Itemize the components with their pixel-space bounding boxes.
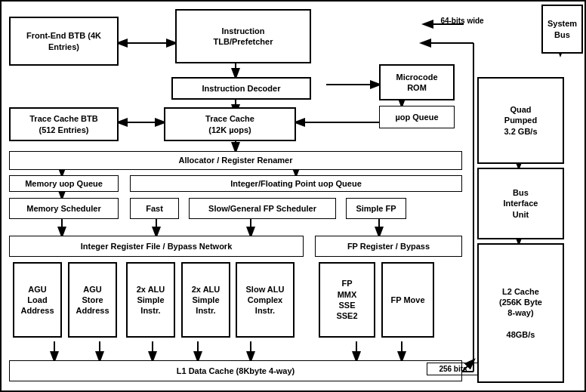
instruction-tlb: InstructionTLB/Prefetcher bbox=[175, 9, 311, 63]
fast-scheduler: Fast bbox=[130, 198, 179, 219]
system-bus: SystemBus bbox=[541, 5, 583, 54]
trace-cache: Trace Cache(12K µops) bbox=[164, 107, 296, 141]
fp-mmx: FPMMXSSESSE2 bbox=[319, 262, 375, 338]
alu2: 2x ALUSimpleInstr. bbox=[181, 262, 230, 338]
fp-reg-bypass: FP Register / Bypass bbox=[315, 236, 462, 257]
l1-data-cache: L1 Data Cache (8Kbyte 4-way) bbox=[9, 360, 462, 381]
bus-interface-unit: BusInterfaceUnit bbox=[477, 168, 564, 239]
microcode-rom: MicrocodeROM bbox=[379, 64, 455, 100]
memory-uop-queue: Memory uop Queue bbox=[9, 175, 119, 192]
quad-pumped: QuadPumped3.2 GB/s bbox=[477, 77, 564, 164]
simple-fp: Simple FP bbox=[346, 198, 406, 219]
slow-fp-scheduler: Slow/General FP Scheduler bbox=[189, 198, 336, 219]
bits-256-label: 256 bits bbox=[427, 363, 480, 375]
slow-alu: Slow ALUComplexInstr. bbox=[236, 262, 295, 338]
fp-move: FP Move bbox=[381, 262, 434, 338]
bits-64-label: 64-bits wide bbox=[424, 17, 500, 25]
allocator: Allocator / Register Renamer bbox=[9, 151, 462, 170]
front-end-btb: Front-End BTB (4K Entries) bbox=[9, 17, 119, 66]
agu2: AGUStoreAddress bbox=[68, 262, 117, 338]
instruction-decoder: Instruction Decoder bbox=[171, 77, 311, 100]
int-fp-uop-queue: Integer/Floating Point uop Queue bbox=[130, 175, 462, 192]
agu1: AGULoadAddress bbox=[13, 262, 62, 338]
memory-scheduler: Memory Scheduler bbox=[9, 198, 119, 219]
uop-queue: µop Queue bbox=[379, 106, 455, 128]
int-reg-file: Integer Register File / Bypass Network bbox=[9, 236, 304, 257]
alu1: 2x ALUSimpleInstr. bbox=[126, 262, 175, 338]
cpu-diagram: Front-End BTB (4K Entries) InstructionTL… bbox=[0, 0, 586, 392]
trace-cache-btb: Trace Cache BTB(512 Entries) bbox=[9, 107, 119, 141]
l2-cache: L2 Cache(256K Byte8-way)48GB/s bbox=[477, 243, 564, 383]
